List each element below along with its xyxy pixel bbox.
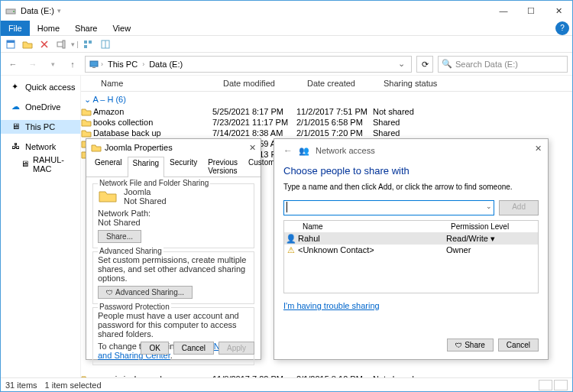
recent-button[interactable]: ▾ [45, 57, 60, 72]
nav-rahul-mac[interactable]: 🖥RAHUL-MAC [1, 154, 80, 175]
qat-rename-icon[interactable] [54, 37, 68, 51]
col-name[interactable]: Name [96, 77, 219, 89]
status-bar: 31 items 1 item selected [1, 377, 572, 391]
tab-home[interactable]: Home [30, 22, 67, 34]
folder-icon [98, 187, 119, 206]
table-row[interactable]: books collection7/23/2021 11:17 PM2/1/20… [81, 117, 572, 128]
col-sharing-status[interactable]: Sharing status [379, 77, 455, 89]
col-date-modified[interactable]: Date modified [219, 77, 303, 89]
column-headers[interactable]: Name Date modified Date created Sharing … [81, 76, 572, 92]
user-icon: 👤 [284, 234, 298, 244]
forward-button[interactable]: → [25, 57, 40, 72]
add-button[interactable]: Add [499, 200, 539, 215]
share-confirm-button[interactable]: Share [447, 339, 494, 352]
computer-icon: 🖥 [21, 159, 30, 170]
back-button[interactable]: ← [5, 57, 21, 72]
chevron-down-icon[interactable]: ⌄ [486, 202, 492, 210]
people-row[interactable]: 👤 Rahul Read/Write ▾ [284, 233, 538, 245]
group-header[interactable]: ⌄ A – H (6) [81, 92, 572, 106]
svg-rect-8 [84, 45, 87, 48]
view-icons-button[interactable] [554, 380, 568, 390]
props-tab-security[interactable]: Security [164, 156, 202, 177]
ribbon-tabs: File Home Share View ? [1, 21, 572, 36]
crumb-dropdown-icon[interactable]: ⌄ [395, 59, 408, 69]
qat-newfolder-icon[interactable] [21, 37, 34, 51]
share-back-button[interactable]: ← [283, 145, 293, 156]
nav-onedrive[interactable]: ☁OneDrive [1, 100, 80, 114]
window-title: Data (E:) [21, 6, 54, 15]
props-title: Joomla Properties [105, 143, 173, 152]
help-icon[interactable]: ? [555, 21, 569, 35]
address-bar-row: ← → ▾ ↑ › This PC › Data (E:) ⌄ ⟳ 🔍 Sear… [1, 53, 572, 76]
qat-properties-icon[interactable] [4, 37, 18, 51]
explorer-window: Data (E:) ▾ — ☐ ✕ File Home Share View ?… [0, 0, 573, 392]
share-name-input[interactable]: ⌄ [283, 200, 494, 215]
share-heading: Choose people to share with [283, 165, 539, 177]
people-list: Name Permission Level 👤 Rahul Read/Write… [283, 220, 539, 293]
props-close-button[interactable]: ✕ [249, 143, 256, 153]
permission-dropdown[interactable]: Read/Write ▾ [446, 234, 538, 244]
view-details-button[interactable] [539, 380, 552, 390]
network-file-sharing-group: Network File and Folder Sharing Joomla N… [92, 183, 254, 248]
props-tab-sharing[interactable]: Sharing [128, 157, 164, 177]
search-icon: 🔍 [442, 59, 452, 69]
qat-layout-icon[interactable] [99, 37, 112, 51]
share-button[interactable]: Share... [98, 230, 141, 243]
password-protection-group: Password Protection People must have a u… [92, 307, 254, 365]
drive-icon [5, 5, 16, 16]
qat-sep: ▾ | [71, 40, 79, 48]
props-ok-button[interactable]: OK [141, 342, 168, 355]
share-cancel-button[interactable]: Cancel [498, 339, 539, 352]
svg-rect-12 [92, 67, 96, 68]
svg-rect-7 [89, 40, 92, 44]
cloud-icon: ☁ [11, 102, 22, 112]
quick-access-toolbar: ▾ | [1, 36, 572, 53]
qat-chevron-icon[interactable]: ▾ [57, 7, 61, 15]
pc-icon: 🖥 [11, 121, 22, 132]
search-input[interactable]: 🔍 Search Data (E:) [438, 56, 568, 73]
maximize-button[interactable]: ☐ [517, 1, 545, 21]
minimize-button[interactable]: — [490, 1, 517, 21]
table-row[interactable]: Database back up7/14/2021 8:38 AM2/1/201… [81, 128, 572, 138]
crumb-thispc[interactable]: This PC [105, 60, 141, 69]
props-tab-previous-versions[interactable]: Previous Versions [202, 156, 243, 177]
tab-view[interactable]: View [105, 22, 138, 34]
nav-quick-access[interactable]: ✦Quick access [1, 80, 80, 94]
share-name: Joomla [124, 187, 167, 196]
star-icon: ✦ [11, 82, 22, 92]
share-close-button[interactable]: ✕ [535, 144, 542, 154]
network-icon: 🖧 [11, 141, 22, 152]
network-path-label: Network Path: [98, 209, 249, 218]
folder-icon [91, 142, 102, 153]
people-col-perm[interactable]: Permission Level [446, 221, 538, 232]
adv-text: Set custom permissions, create multiple … [98, 255, 249, 283]
people-row[interactable]: ⚠ <Unknown Contact> Owner [284, 245, 538, 256]
table-row[interactable]: Amazon5/25/2021 8:17 PM11/2/2017 7:51 PM… [81, 106, 572, 117]
qat-sort-icon[interactable] [82, 37, 96, 51]
share-hint: Type a name and then click Add, or click… [283, 183, 539, 191]
up-button[interactable]: ↑ [65, 57, 80, 72]
trouble-sharing-link[interactable]: I'm having trouble sharing [283, 301, 380, 310]
pc-icon [89, 59, 99, 70]
crumb-data[interactable]: Data (E:) [146, 60, 186, 69]
advanced-sharing-button[interactable]: Advanced Sharing... [98, 286, 193, 299]
tab-share[interactable]: Share [67, 22, 105, 34]
unknown-user-icon: ⚠ [284, 245, 298, 255]
props-cancel-button[interactable]: Cancel [173, 342, 214, 355]
breadcrumb[interactable]: › This PC › Data (E:) ⌄ [85, 56, 412, 73]
refresh-button[interactable]: ⟳ [416, 56, 433, 73]
nav-network[interactable]: 🖧Network [1, 140, 80, 154]
network-path-value: Not Shared [98, 218, 249, 227]
props-tab-general[interactable]: General [89, 156, 128, 177]
status-selection: 1 item selected [45, 381, 102, 390]
col-date-created[interactable]: Date created [303, 77, 379, 89]
close-button[interactable]: ✕ [545, 1, 572, 21]
qat-delete-icon[interactable] [37, 37, 51, 51]
nav-this-pc[interactable]: 🖥This PC [1, 120, 80, 134]
svg-point-1 [13, 11, 15, 12]
people-col-name[interactable]: Name [298, 221, 446, 232]
file-tab[interactable]: File [1, 21, 30, 36]
props-apply-button[interactable]: Apply [219, 342, 254, 355]
nav-pane: ✦Quick access ☁OneDrive 🖥This PC 🖧Networ… [1, 76, 81, 377]
folder-icon [81, 118, 93, 127]
